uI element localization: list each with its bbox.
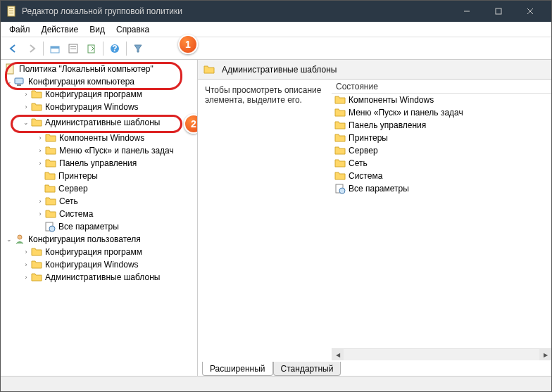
svg-rect-1 — [9, 8, 13, 9]
tree-item[interactable]: › Конфигурация Windows — [1, 101, 197, 113]
folder-icon — [31, 246, 42, 258]
tree-label: Сеть — [59, 196, 78, 206]
folder-icon — [44, 170, 56, 182]
tree-item[interactable]: › Административные шаблоны — [1, 271, 197, 284]
list-item[interactable]: Меню «Пуск» и панель задач — [332, 106, 551, 119]
back-button[interactable] — [5, 40, 22, 57]
app-window: Редактор локальной групповой политики Фа… — [0, 0, 552, 392]
tree-user-config[interactable]: ⌄ Конфигурация пользователя — [1, 233, 197, 246]
svg-text:?: ? — [112, 44, 117, 53]
svg-rect-16 — [6, 64, 13, 74]
chevron-right-icon[interactable]: › — [36, 197, 44, 206]
menu-action[interactable]: Действие — [37, 23, 83, 36]
tree-item[interactable]: › Система — [1, 208, 197, 220]
chevron-down-icon[interactable]: ⌄ — [22, 118, 30, 127]
menu-file[interactable]: Файл — [5, 23, 34, 36]
scrollbar-horizontal[interactable]: ◀ ▶ — [332, 348, 551, 360]
tree-admin-templates[interactable]: ⌄ Административные шаблоны — [1, 116, 197, 129]
folder-icon — [45, 196, 56, 207]
callout-1: 1 — [178, 34, 198, 54]
properties-button[interactable] — [65, 40, 82, 57]
item-label: Система — [349, 171, 382, 181]
tree-item[interactable]: › Конфигурация программ — [1, 246, 197, 258]
tree-item[interactable]: › Компоненты Windows — [1, 132, 197, 144]
list-item[interactable]: Панель управления — [332, 119, 551, 132]
minimize-button[interactable] — [451, 1, 482, 22]
scroll-left-icon[interactable]: ◀ — [332, 349, 344, 361]
tree-item[interactable]: › Панель управления — [1, 157, 197, 170]
tree-item[interactable]: › Меню «Пуск» и панель задач — [1, 144, 197, 157]
chevron-right-icon[interactable]: › — [36, 134, 44, 142]
tab-extended[interactable]: Расширенный — [202, 362, 273, 376]
list-item[interactable]: Принтеры — [332, 132, 551, 144]
tree-label: Конфигурация Windows — [45, 260, 139, 270]
item-label: Панель управления — [349, 120, 426, 130]
details-header: Административные шаблоны — [198, 60, 551, 80]
tree-item[interactable]: Принтеры — [1, 170, 197, 182]
item-label: Меню «Пуск» и панель задач — [349, 108, 463, 118]
separator — [103, 42, 104, 56]
tree-item[interactable]: Сервер — [1, 182, 197, 195]
folder-icon — [45, 158, 56, 169]
svg-rect-12 — [70, 49, 76, 49]
folder-icon — [45, 145, 56, 156]
window-title: Редактор локальной групповой политики — [22, 6, 451, 16]
svg-rect-2 — [9, 11, 13, 11]
tree-computer-config[interactable]: ⌄ Конфигурация компьютера — [1, 75, 197, 88]
folder-icon — [334, 107, 346, 118]
tab-standard[interactable]: Стандартный — [273, 362, 341, 376]
list-item[interactable]: Сервер — [332, 144, 551, 157]
list-item[interactable]: Компоненты Windows — [332, 94, 551, 106]
tree-label: Принтеры — [58, 171, 98, 181]
chevron-right-icon[interactable]: › — [36, 210, 44, 218]
list-item[interactable]: Система — [332, 170, 551, 182]
maximize-button[interactable] — [482, 1, 514, 22]
list-items: Компоненты Windows Меню «Пуск» и панель … — [332, 94, 551, 348]
scroll-right-icon[interactable]: ▶ — [539, 349, 551, 361]
column-label: Состояние — [336, 82, 378, 91]
details-pane: Административные шаблоны Чтобы просмотре… — [198, 60, 551, 376]
tree-root[interactable]: Политика "Локальный компьютер" — [1, 63, 197, 75]
forward-button[interactable] — [23, 40, 40, 57]
menu-view[interactable]: Вид — [85, 23, 109, 36]
tree-item[interactable]: › Сеть — [1, 195, 197, 208]
tree-item[interactable]: › Конфигурация Windows — [1, 258, 197, 271]
close-button[interactable] — [514, 1, 546, 22]
export-button[interactable] — [83, 40, 100, 57]
chevron-down-icon[interactable]: ⌄ — [5, 235, 13, 244]
item-label: Все параметры — [349, 184, 409, 194]
user-icon — [14, 234, 25, 245]
item-label: Сервер — [349, 146, 378, 156]
menu-help[interactable]: Справка — [112, 23, 153, 36]
folder-icon — [334, 145, 346, 156]
folder-icon — [31, 89, 42, 100]
filter-button[interactable] — [130, 40, 146, 57]
chevron-right-icon[interactable]: › — [22, 103, 30, 111]
tree-label: Административные шаблоны — [45, 118, 160, 127]
chevron-right-icon[interactable]: › — [22, 90, 30, 99]
tab-label: Стандартный — [281, 364, 334, 374]
list-item[interactable]: Сеть — [332, 157, 551, 170]
item-label: Сеть — [349, 158, 368, 168]
toolbar: ? 1 — [1, 37, 551, 60]
chevron-right-icon[interactable]: › — [22, 260, 30, 269]
svg-point-21 — [18, 235, 22, 239]
chevron-right-icon[interactable]: › — [22, 248, 30, 256]
chevron-right-icon[interactable]: › — [22, 273, 30, 282]
folder-icon — [334, 170, 346, 182]
help-button[interactable]: ? — [106, 40, 123, 57]
chevron-right-icon[interactable]: › — [36, 146, 44, 155]
svg-rect-17 — [15, 78, 23, 84]
tree-label: Административные шаблоны — [45, 272, 160, 282]
chevron-right-icon[interactable]: › — [36, 159, 44, 167]
up-button[interactable] — [46, 40, 63, 57]
tree-item[interactable]: › Конфигурация программ — [1, 88, 197, 101]
svg-point-20 — [49, 226, 55, 232]
chevron-down-icon[interactable]: ⌄ — [5, 77, 13, 86]
item-label: Компоненты Windows — [349, 95, 434, 105]
separator — [43, 42, 44, 56]
list-item[interactable]: Все параметры — [332, 182, 551, 195]
column-header-state[interactable]: Состояние — [332, 80, 551, 94]
tree-item[interactable]: Все параметры — [1, 220, 197, 233]
tree-pane: Политика "Локальный компьютер" ⌄ Конфигу… — [1, 60, 198, 376]
